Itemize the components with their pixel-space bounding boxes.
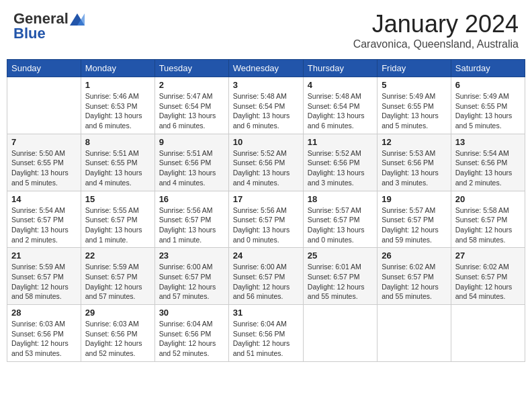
- calendar-day-cell: 2Sunrise: 5:47 AM Sunset: 6:54 PM Daylig…: [154, 77, 228, 134]
- day-number: 9: [159, 137, 224, 147]
- location: Caravonica, Queensland, Australia: [353, 38, 519, 50]
- calendar-day-cell: 15Sunrise: 5:55 AM Sunset: 6:57 PM Dayli…: [81, 191, 154, 248]
- day-info: Sunrise: 6:02 AM Sunset: 6:57 PM Dayligh…: [455, 262, 521, 302]
- day-number: 3: [233, 80, 299, 90]
- calendar-day-cell: 29Sunrise: 6:03 AM Sunset: 6:56 PM Dayli…: [81, 305, 154, 362]
- day-info: Sunrise: 5:56 AM Sunset: 6:57 PM Dayligh…: [159, 205, 224, 245]
- calendar-day-cell: 8Sunrise: 5:51 AM Sunset: 6:55 PM Daylig…: [81, 134, 154, 191]
- day-number: 4: [308, 80, 373, 90]
- day-info: Sunrise: 5:49 AM Sunset: 6:55 PM Dayligh…: [382, 91, 447, 131]
- day-number: 20: [455, 194, 521, 204]
- day-info: Sunrise: 5:48 AM Sunset: 6:54 PM Dayligh…: [233, 91, 299, 131]
- col-thursday: Thursday: [303, 60, 377, 77]
- day-number: 21: [11, 250, 77, 261]
- day-number: 10: [233, 137, 299, 147]
- calendar-day-cell: 26Sunrise: 6:02 AM Sunset: 6:57 PM Dayli…: [378, 248, 451, 305]
- calendar-day-cell: 23Sunrise: 6:00 AM Sunset: 6:57 PM Dayli…: [154, 248, 228, 305]
- day-info: Sunrise: 6:04 AM Sunset: 6:56 PM Dayligh…: [159, 319, 224, 359]
- calendar-day-cell: 14Sunrise: 5:54 AM Sunset: 6:57 PM Dayli…: [7, 191, 81, 248]
- day-info: Sunrise: 5:56 AM Sunset: 6:57 PM Dayligh…: [233, 205, 299, 245]
- day-number: 12: [382, 137, 447, 147]
- day-info: Sunrise: 5:46 AM Sunset: 6:53 PM Dayligh…: [85, 91, 150, 131]
- logo-blue-text: Blue: [13, 25, 46, 42]
- calendar-table: Sunday Monday Tuesday Wednesday Thursday…: [7, 59, 525, 362]
- calendar-week-row: 28Sunrise: 6:03 AM Sunset: 6:56 PM Dayli…: [7, 305, 525, 362]
- day-number: 30: [159, 308, 224, 318]
- calendar-day-cell: [7, 77, 81, 134]
- day-number: 1: [85, 80, 150, 90]
- calendar-day-cell: 5Sunrise: 5:49 AM Sunset: 6:55 PM Daylig…: [378, 77, 451, 134]
- calendar-day-cell: 6Sunrise: 5:49 AM Sunset: 6:55 PM Daylig…: [451, 77, 525, 134]
- calendar-day-cell: 22Sunrise: 5:59 AM Sunset: 6:57 PM Dayli…: [81, 248, 154, 305]
- day-number: 15: [85, 194, 150, 204]
- title-block: January 2024 Caravonica, Queensland, Aus…: [353, 10, 519, 50]
- calendar-day-cell: 27Sunrise: 6:02 AM Sunset: 6:57 PM Dayli…: [451, 248, 525, 305]
- day-number: 28: [11, 308, 77, 318]
- day-info: Sunrise: 6:02 AM Sunset: 6:57 PM Dayligh…: [382, 262, 447, 302]
- day-number: 25: [308, 250, 373, 261]
- day-info: Sunrise: 5:58 AM Sunset: 6:57 PM Dayligh…: [455, 205, 521, 245]
- day-info: Sunrise: 6:04 AM Sunset: 6:56 PM Dayligh…: [233, 319, 299, 359]
- day-number: 24: [233, 250, 299, 261]
- calendar-day-cell: 13Sunrise: 5:54 AM Sunset: 6:56 PM Dayli…: [451, 134, 525, 191]
- calendar-week-row: 14Sunrise: 5:54 AM Sunset: 6:57 PM Dayli…: [7, 191, 525, 248]
- day-info: Sunrise: 5:52 AM Sunset: 6:56 PM Dayligh…: [233, 148, 299, 188]
- calendar-day-cell: 30Sunrise: 6:04 AM Sunset: 6:56 PM Dayli…: [154, 305, 228, 362]
- calendar-day-cell: [303, 305, 377, 362]
- col-friday: Friday: [378, 60, 451, 77]
- calendar-day-cell: 18Sunrise: 5:57 AM Sunset: 6:57 PM Dayli…: [303, 191, 377, 248]
- calendar-day-cell: 4Sunrise: 5:48 AM Sunset: 6:54 PM Daylig…: [303, 77, 377, 134]
- calendar-day-cell: 1Sunrise: 5:46 AM Sunset: 6:53 PM Daylig…: [81, 77, 154, 134]
- day-info: Sunrise: 5:53 AM Sunset: 6:56 PM Dayligh…: [382, 148, 447, 188]
- month-title: January 2024: [353, 10, 519, 38]
- calendar-day-cell: 31Sunrise: 6:04 AM Sunset: 6:56 PM Dayli…: [228, 305, 303, 362]
- day-number: 23: [159, 250, 224, 261]
- calendar-day-cell: 10Sunrise: 5:52 AM Sunset: 6:56 PM Dayli…: [228, 134, 303, 191]
- day-number: 8: [85, 137, 150, 147]
- calendar-day-cell: 16Sunrise: 5:56 AM Sunset: 6:57 PM Dayli…: [154, 191, 228, 248]
- col-wednesday: Wednesday: [228, 60, 303, 77]
- day-info: Sunrise: 5:50 AM Sunset: 6:55 PM Dayligh…: [11, 148, 77, 188]
- calendar-week-row: 1Sunrise: 5:46 AM Sunset: 6:53 PM Daylig…: [7, 77, 525, 134]
- day-info: Sunrise: 5:54 AM Sunset: 6:56 PM Dayligh…: [455, 148, 521, 188]
- col-tuesday: Tuesday: [154, 60, 228, 77]
- day-number: 14: [11, 194, 77, 204]
- day-info: Sunrise: 6:00 AM Sunset: 6:57 PM Dayligh…: [159, 262, 224, 302]
- logo: General Blue: [13, 10, 85, 42]
- calendar-day-cell: [451, 305, 525, 362]
- day-info: Sunrise: 5:51 AM Sunset: 6:55 PM Dayligh…: [85, 148, 150, 188]
- col-monday: Monday: [81, 60, 154, 77]
- calendar-day-cell: 3Sunrise: 5:48 AM Sunset: 6:54 PM Daylig…: [228, 77, 303, 134]
- day-info: Sunrise: 6:00 AM Sunset: 6:57 PM Dayligh…: [233, 262, 299, 302]
- day-number: 13: [455, 137, 521, 147]
- day-number: 16: [159, 194, 224, 204]
- day-info: Sunrise: 5:59 AM Sunset: 6:57 PM Dayligh…: [85, 262, 150, 302]
- calendar-header-row: Sunday Monday Tuesday Wednesday Thursday…: [7, 60, 525, 77]
- calendar-day-cell: 24Sunrise: 6:00 AM Sunset: 6:57 PM Dayli…: [228, 248, 303, 305]
- calendar-day-cell: 19Sunrise: 5:57 AM Sunset: 6:57 PM Dayli…: [378, 191, 451, 248]
- calendar-day-cell: 12Sunrise: 5:53 AM Sunset: 6:56 PM Dayli…: [378, 134, 451, 191]
- day-info: Sunrise: 6:01 AM Sunset: 6:57 PM Dayligh…: [308, 262, 373, 302]
- day-info: Sunrise: 5:55 AM Sunset: 6:57 PM Dayligh…: [85, 205, 150, 245]
- calendar-day-cell: 7Sunrise: 5:50 AM Sunset: 6:55 PM Daylig…: [7, 134, 81, 191]
- col-sunday: Sunday: [7, 60, 81, 77]
- day-number: 31: [233, 308, 299, 318]
- day-number: 18: [308, 194, 373, 204]
- day-number: 6: [455, 80, 521, 90]
- page-header: General Blue January 2024 Caravonica, Qu…: [7, 7, 525, 54]
- day-number: 7: [11, 137, 77, 147]
- calendar-week-row: 21Sunrise: 5:59 AM Sunset: 6:57 PM Dayli…: [7, 248, 525, 305]
- day-number: 29: [85, 308, 150, 318]
- day-info: Sunrise: 5:57 AM Sunset: 6:57 PM Dayligh…: [382, 205, 447, 245]
- calendar-day-cell: [378, 305, 451, 362]
- calendar-day-cell: 21Sunrise: 5:59 AM Sunset: 6:57 PM Dayli…: [7, 248, 81, 305]
- calendar-day-cell: 20Sunrise: 5:58 AM Sunset: 6:57 PM Dayli…: [451, 191, 525, 248]
- calendar-day-cell: 11Sunrise: 5:52 AM Sunset: 6:56 PM Dayli…: [303, 134, 377, 191]
- day-info: Sunrise: 6:03 AM Sunset: 6:56 PM Dayligh…: [11, 319, 77, 359]
- day-number: 5: [382, 80, 447, 90]
- day-info: Sunrise: 5:52 AM Sunset: 6:56 PM Dayligh…: [308, 148, 373, 188]
- day-number: 2: [159, 80, 224, 90]
- day-info: Sunrise: 5:57 AM Sunset: 6:57 PM Dayligh…: [308, 205, 373, 245]
- day-info: Sunrise: 5:59 AM Sunset: 6:57 PM Dayligh…: [11, 262, 77, 302]
- day-info: Sunrise: 5:48 AM Sunset: 6:54 PM Dayligh…: [308, 91, 373, 131]
